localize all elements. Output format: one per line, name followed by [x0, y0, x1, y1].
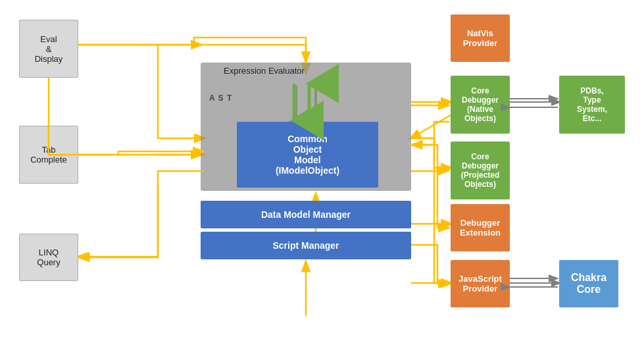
javascript-provider-box: JavaScript Provider: [451, 260, 510, 307]
linq-query-box: LINQ Query: [19, 234, 78, 281]
data-model-manager-box: Data Model Manager: [201, 201, 411, 228]
debugger-extension-box: Debugger Extension: [451, 204, 510, 251]
core-debugger-native-box: Core Debugger (Native Objects): [451, 76, 510, 134]
chakra-core-box: Chakra Core: [559, 260, 618, 307]
common-object-model-box: Common Object Model (IModelObject): [237, 122, 378, 188]
pdbs-box: PDBs, Type System, Etc...: [559, 76, 625, 134]
core-debugger-projected-box: Core Debugger (Projected Objects): [451, 142, 510, 199]
script-manager-box: Script Manager: [201, 232, 411, 259]
diagram: Expression Evaluator A S T Common Object…: [0, 0, 644, 337]
ast-label: A S T: [209, 92, 232, 104]
svg-line-12: [411, 115, 451, 138]
tab-complete-box: Tab Complete: [19, 126, 78, 184]
eval-display-box: Eval & Display: [19, 20, 78, 78]
natvis-provider-box: NatVis Provider: [451, 14, 510, 62]
expression-evaluator-label: Expression Evaluator: [224, 66, 305, 76]
